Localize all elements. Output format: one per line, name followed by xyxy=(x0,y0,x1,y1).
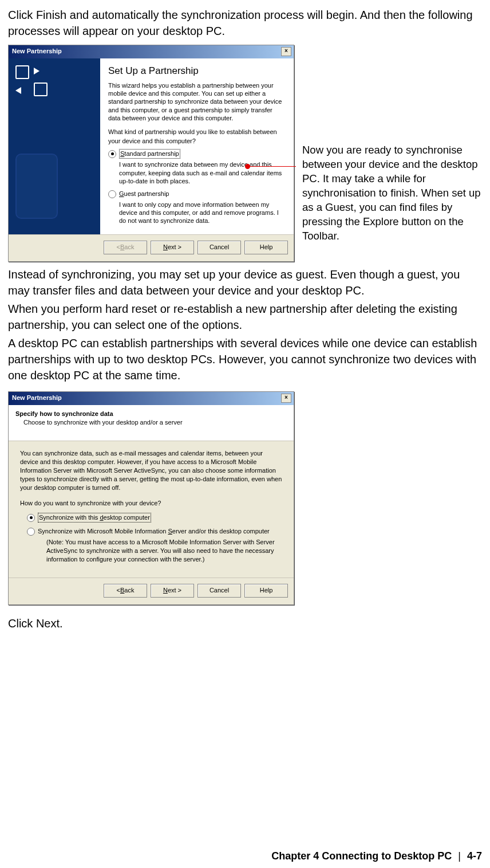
callout-text: Now you are ready to synchronise between… xyxy=(302,143,482,243)
radio-guest-partnership[interactable]: Guest partnership xyxy=(108,190,286,198)
body-paragraph-5: Click Next. xyxy=(8,615,482,631)
device-silhouette-icon xyxy=(15,154,58,219)
help-button[interactable]: Help xyxy=(244,584,288,598)
back-button: < Back xyxy=(104,241,147,254)
dialog-title: New Partnership xyxy=(12,47,62,56)
page-footer: Chapter 4 Connecting to Desktop PC | 4-7 xyxy=(8,849,490,863)
body-paragraph-3: When you perform hard reset or re-establ… xyxy=(8,301,482,333)
radio-guest-description: I want to only copy and move information… xyxy=(119,201,286,225)
body-paragraph-4: A desktop PC can establish partnerships … xyxy=(8,335,482,383)
wizard-sidebar xyxy=(9,58,100,234)
footer-page-number: 4-7 xyxy=(467,850,482,862)
cancel-button[interactable]: Cancel xyxy=(197,584,241,598)
next-button[interactable]: Next > xyxy=(151,584,194,598)
wizard-description: This wizard helps you establish a partne… xyxy=(108,81,286,122)
radio-sync-desktop[interactable]: Synchronize with this desktop computer xyxy=(27,513,282,523)
wizard-question: What kind of partnership would you like … xyxy=(108,128,286,146)
radio-standard-description: I want to synchronize data between my de… xyxy=(119,160,286,185)
radio-sync-server[interactable]: Synchronize with Microsoft Mobile Inform… xyxy=(27,527,282,536)
wizard-heading: Set Up a Partnership xyxy=(108,64,286,78)
radio-standard-partnership[interactable]: Standard partnership xyxy=(108,149,286,159)
callout-line xyxy=(247,166,296,167)
cancel-button[interactable]: Cancel xyxy=(197,241,241,254)
radio-label: tandard partnership xyxy=(124,150,179,157)
dialog-new-partnership-setup: New Partnership × Set Up a Partnership T… xyxy=(8,45,294,262)
help-button[interactable]: Help xyxy=(244,241,288,254)
dialog-titlebar: New Partnership × xyxy=(9,45,294,58)
sync-devices-icon xyxy=(15,65,52,96)
dialog-title: New Partnership xyxy=(12,394,62,402)
wizard-description: You can synchronize data, such as e-mail… xyxy=(20,449,282,492)
back-button[interactable]: < Back xyxy=(104,584,147,598)
dialog-specify-sync: New Partnership × Specify how to synchro… xyxy=(8,391,294,605)
wizard-heading: Specify how to synchronize data xyxy=(15,410,287,418)
close-icon[interactable]: × xyxy=(281,47,291,56)
footer-chapter: Chapter 4 Connecting to Desktop PC xyxy=(271,850,452,862)
body-paragraph-2: Instead of synchronizing, you may set up… xyxy=(8,266,482,299)
dialog-titlebar: New Partnership × xyxy=(9,392,294,405)
close-icon[interactable]: × xyxy=(281,394,291,403)
radio-label: uest partnership xyxy=(124,190,169,197)
wizard-question: How do you want to synchronize with your… xyxy=(20,499,282,508)
radio-sync-server-note: (Note: You must have access to a Microso… xyxy=(46,538,282,564)
wizard-subheading: Choose to synchronize with your desktop … xyxy=(23,418,287,427)
intro-paragraph-1: Click Finish and automatically the synch… xyxy=(8,7,482,39)
next-button[interactable]: Next > xyxy=(151,241,194,254)
